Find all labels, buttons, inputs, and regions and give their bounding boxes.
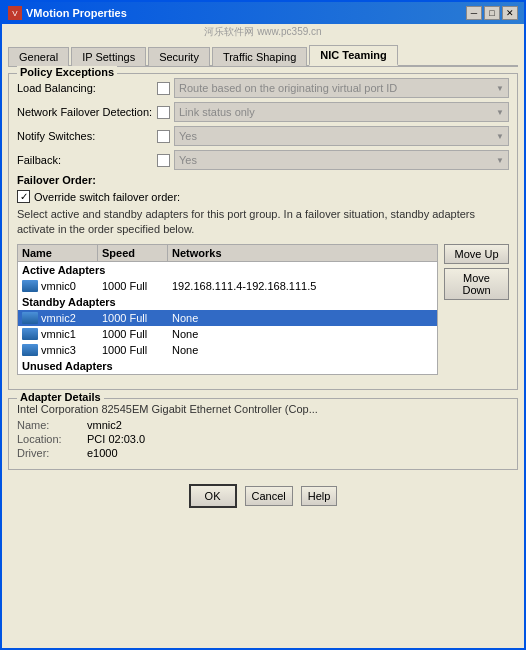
details-driver-label: Driver: [17, 447, 87, 459]
move-down-button[interactable]: Move Down [444, 268, 509, 300]
table-body: Active Adapters vmnic0 1000 Full 192.168… [18, 262, 437, 374]
notify-switches-arrow: ▼ [496, 132, 504, 141]
notify-switches-select[interactable]: Yes ▼ [174, 126, 509, 146]
override-checkbox-row: ✓ Override switch failover order: [17, 190, 509, 203]
tab-general[interactable]: General [8, 47, 69, 66]
minimize-button[interactable]: ─ [466, 6, 482, 20]
main-window: V VMotion Properties ─ □ ✕ 河乐软件网 www.pc3… [0, 0, 526, 650]
th-networks: Networks [168, 245, 437, 261]
watermark: 河乐软件网 www.pc359.cn [2, 24, 524, 40]
bottom-buttons: OK Cancel Help [8, 478, 518, 514]
td-networks-vmnic3: None [168, 343, 437, 357]
details-driver-row: Driver: e1000 [17, 447, 509, 459]
network-failover-value: Link status only [179, 106, 255, 118]
policy-exceptions-group: Policy Exceptions Load Balancing: Route … [8, 73, 518, 390]
td-speed-vmnic0: 1000 Full [98, 279, 168, 293]
window-icon: V [8, 6, 22, 20]
notify-switches-value: Yes [179, 130, 197, 142]
load-balancing-checkbox[interactable] [157, 82, 170, 95]
th-speed: Speed [98, 245, 168, 261]
nic-icon-0 [22, 280, 38, 292]
failback-select[interactable]: Yes ▼ [174, 150, 509, 170]
td-speed-vmnic1: 1000 Full [98, 327, 168, 341]
failback-value: Yes [179, 154, 197, 166]
tab-nic-teaming[interactable]: NIC Teaming [309, 45, 397, 66]
adapter-table-container: Name Speed Networks Active Adapters vmni… [17, 244, 509, 375]
notify-switches-checkbox[interactable] [157, 130, 170, 143]
title-bar: V VMotion Properties ─ □ ✕ [2, 2, 524, 24]
close-button[interactable]: ✕ [502, 6, 518, 20]
network-failover-label: Network Failover Detection: [17, 106, 157, 118]
td-speed-vmnic3: 1000 Full [98, 343, 168, 357]
window-title: VMotion Properties [26, 7, 466, 19]
table-header: Name Speed Networks [18, 245, 437, 262]
td-name-vmnic2: vmnic2 [18, 311, 98, 325]
failover-description: Select active and standby adapters for t… [17, 207, 509, 238]
network-failover-checkbox[interactable] [157, 106, 170, 119]
standby-adapters-header: Standby Adapters [18, 294, 437, 310]
load-balancing-label: Load Balancing: [17, 82, 157, 94]
network-failover-select[interactable]: Link status only ▼ [174, 102, 509, 122]
failover-label: Failover Order: [17, 174, 509, 186]
active-adapters-header: Active Adapters [18, 262, 437, 278]
standby-adapter-row-0[interactable]: vmnic2 1000 Full None [18, 310, 437, 326]
tab-ip-settings[interactable]: IP Settings [71, 47, 146, 66]
adapter-table: Name Speed Networks Active Adapters vmni… [17, 244, 438, 375]
td-networks-vmnic2: None [168, 311, 437, 325]
standby-name-0: vmnic2 [41, 312, 76, 324]
tab-traffic-shaping[interactable]: Traffic Shaping [212, 47, 307, 66]
failback-row: Failback: Yes ▼ [17, 150, 509, 170]
nic-icon-1 [22, 312, 38, 324]
side-buttons: Move Up Move Down [444, 244, 509, 375]
tab-security[interactable]: Security [148, 47, 210, 66]
td-speed-vmnic2: 1000 Full [98, 311, 168, 325]
cancel-button[interactable]: Cancel [245, 486, 293, 506]
nic-icon-2 [22, 328, 38, 340]
td-networks-vmnic0: 192.168.111.4-192.168.111.5 [168, 279, 437, 293]
failback-arrow: ▼ [496, 156, 504, 165]
th-name: Name [18, 245, 98, 261]
adapter-details-title: Adapter Details [17, 391, 104, 403]
load-balancing-row: Load Balancing: Route based on the origi… [17, 78, 509, 98]
failback-checkbox[interactable] [157, 154, 170, 167]
standby-adapter-row-2[interactable]: vmnic3 1000 Full None [18, 342, 437, 358]
adapter-details-group: Adapter Details Intel Corporation 82545E… [8, 398, 518, 470]
unused-adapters-header: Unused Adapters [18, 358, 437, 374]
standby-name-1: vmnic1 [41, 328, 76, 340]
load-balancing-select[interactable]: Route based on the originating virtual p… [174, 78, 509, 98]
notify-switches-label: Notify Switches: [17, 130, 157, 142]
details-location-row: Location: PCI 02:03.0 [17, 433, 509, 445]
nic-icon-3 [22, 344, 38, 356]
failback-label: Failback: [17, 154, 157, 166]
details-driver-value: e1000 [87, 447, 118, 459]
td-networks-vmnic1: None [168, 327, 437, 341]
policy-exceptions-title: Policy Exceptions [17, 66, 117, 78]
tabs-row: General IP Settings Security Traffic Sha… [8, 44, 518, 67]
active-adapter-row-0[interactable]: vmnic0 1000 Full 192.168.111.4-192.168.1… [18, 278, 437, 294]
details-name-row: Name: vmnic2 [17, 419, 509, 431]
standby-adapter-row-1[interactable]: vmnic1 1000 Full None [18, 326, 437, 342]
details-name-label: Name: [17, 419, 87, 431]
adapter-details-description: Intel Corporation 82545EM Gigabit Ethern… [17, 403, 509, 415]
td-name-vmnic3: vmnic3 [18, 343, 98, 357]
load-balancing-value: Route based on the originating virtual p… [179, 82, 397, 94]
override-checkbox[interactable]: ✓ [17, 190, 30, 203]
title-buttons: ─ □ ✕ [466, 6, 518, 20]
help-button[interactable]: Help [301, 486, 338, 506]
ok-button[interactable]: OK [189, 484, 237, 508]
move-up-button[interactable]: Move Up [444, 244, 509, 264]
standby-name-2: vmnic3 [41, 344, 76, 356]
details-location-value: PCI 02:03.0 [87, 433, 145, 445]
maximize-button[interactable]: □ [484, 6, 500, 20]
network-failover-arrow: ▼ [496, 108, 504, 117]
td-name-vmnic1: vmnic1 [18, 327, 98, 341]
td-name-vmnic0: vmnic0 [18, 279, 98, 293]
details-name-value: vmnic2 [87, 419, 122, 431]
load-balancing-arrow: ▼ [496, 84, 504, 93]
override-label: Override switch failover order: [34, 191, 180, 203]
details-location-label: Location: [17, 433, 87, 445]
notify-switches-row: Notify Switches: Yes ▼ [17, 126, 509, 146]
network-failover-row: Network Failover Detection: Link status … [17, 102, 509, 122]
content-area: General IP Settings Security Traffic Sha… [2, 40, 524, 648]
active-name-0: vmnic0 [41, 280, 76, 292]
